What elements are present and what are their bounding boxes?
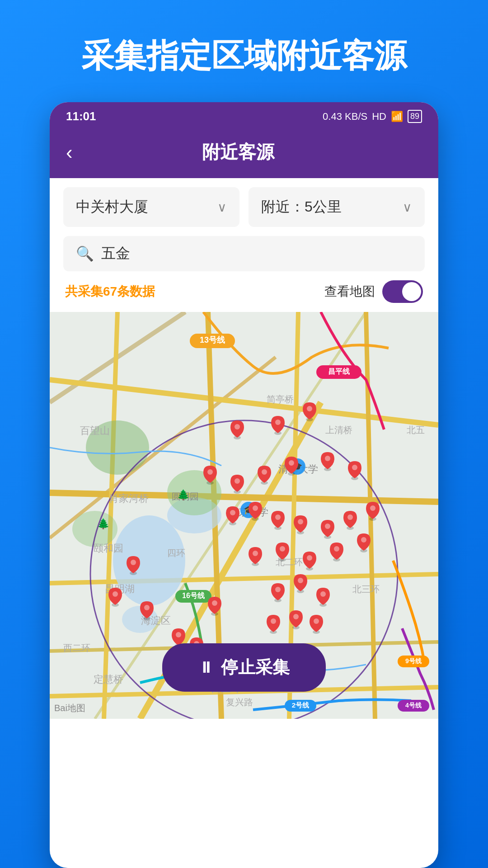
- svg-point-19: [72, 511, 117, 547]
- svg-point-64: [307, 406, 312, 411]
- search-bar: 🔍: [63, 236, 425, 271]
- svg-text:北三环: 北三环: [352, 584, 380, 594]
- svg-text:复兴路: 复兴路: [226, 697, 253, 707]
- search-icon: 🔍: [76, 245, 94, 262]
- map-view-toggle[interactable]: [382, 280, 423, 303]
- svg-point-120: [271, 618, 276, 624]
- status-time: 11:01: [66, 109, 96, 123]
- battery-indicator: 89: [408, 110, 422, 123]
- svg-point-86: [325, 524, 330, 529]
- svg-text:百望山: 百望山: [80, 425, 110, 436]
- signal-icon: 📶: [391, 111, 403, 123]
- svg-text:🌲: 🌲: [177, 489, 190, 501]
- svg-point-68: [235, 478, 240, 484]
- svg-text:16号线: 16号线: [182, 592, 205, 599]
- svg-point-124: [314, 618, 319, 624]
- stop-collection-button[interactable]: ⏸ 停止采集: [162, 643, 326, 692]
- stop-button-label: 停止采集: [221, 656, 290, 679]
- svg-point-122: [293, 614, 299, 619]
- svg-point-66: [207, 469, 213, 475]
- svg-text:简亭桥: 简亭桥: [267, 394, 294, 404]
- svg-text:昌平线: 昌平线: [328, 368, 350, 375]
- svg-text:上清桥: 上清桥: [325, 425, 352, 435]
- svg-point-106: [144, 605, 150, 610]
- svg-point-70: [262, 469, 267, 475]
- svg-point-110: [275, 587, 281, 592]
- hero-title: 采集指定区域附近客源: [81, 36, 407, 75]
- svg-point-82: [275, 514, 281, 520]
- svg-point-98: [307, 555, 312, 561]
- baidu-watermark: Bai地图: [54, 702, 85, 714]
- svg-text:肖家河桥: 肖家河桥: [109, 493, 149, 504]
- svg-text:四环: 四环: [167, 548, 185, 558]
- app-header: ‹ 附近客源: [50, 131, 438, 178]
- svg-point-102: [361, 537, 366, 542]
- svg-text:9号线: 9号线: [405, 657, 422, 665]
- search-input[interactable]: [101, 245, 412, 262]
- svg-point-108: [212, 600, 217, 606]
- location-chevron-icon: ∨: [217, 200, 227, 215]
- stats-text: 共采集67条数据: [65, 283, 155, 300]
- svg-text:4号线: 4号线: [405, 702, 422, 709]
- nearby-dropdown[interactable]: 附近：5公里 ∨: [249, 187, 425, 227]
- svg-text:西二环: 西二环: [63, 643, 90, 653]
- toggle-knob: [402, 282, 421, 301]
- svg-point-114: [320, 591, 326, 597]
- svg-point-104: [113, 591, 118, 597]
- back-button[interactable]: ‹: [66, 141, 73, 164]
- svg-point-88: [347, 514, 353, 520]
- svg-point-116: [176, 632, 181, 637]
- location-value: 中关村大厦: [76, 197, 148, 217]
- network-speed: 0.43 KB/S: [323, 111, 367, 123]
- svg-point-72: [289, 460, 294, 466]
- pause-icon: ⏸: [198, 659, 214, 676]
- map-container: 13号线 昌平线 16号线 10号线 2号线 4号线 9号线 百望山 肖家河桥 …: [50, 312, 438, 719]
- svg-point-76: [352, 465, 357, 470]
- svg-text:🌲: 🌲: [97, 518, 110, 530]
- svg-text:2号线: 2号线: [292, 701, 310, 709]
- location-dropdown[interactable]: 中关村大厦 ∨: [63, 187, 239, 227]
- svg-point-62: [275, 420, 281, 425]
- svg-point-100: [334, 546, 339, 552]
- page-title: 附近客源: [82, 140, 395, 165]
- svg-text:定慧桥: 定慧桥: [94, 674, 123, 685]
- hd-badge: HD: [372, 111, 386, 123]
- map-toggle-label: 查看地图: [324, 283, 375, 300]
- status-icons: 0.43 KB/S HD 📶 89: [323, 110, 422, 123]
- nearby-chevron-icon: ∨: [403, 200, 412, 215]
- svg-point-92: [131, 560, 136, 565]
- svg-point-60: [235, 424, 240, 429]
- stats-row: 共采集67条数据 查看地图: [63, 280, 425, 303]
- svg-text:北二环: 北二环: [276, 557, 303, 567]
- svg-point-84: [298, 519, 303, 524]
- svg-point-74: [325, 456, 330, 461]
- svg-point-112: [298, 578, 303, 583]
- nearby-value: 附近：5公里: [261, 197, 342, 217]
- phone-frame: 11:01 0.43 KB/S HD 📶 89 ‹ 附近客源 中关村大厦 ∨ 附…: [50, 102, 438, 868]
- svg-text:北五: 北五: [407, 425, 425, 435]
- svg-text:颐和园: 颐和园: [94, 542, 123, 554]
- status-bar: 11:01 0.43 KB/S HD 📶 89: [50, 102, 438, 131]
- dropdowns-row: 中关村大厦 ∨ 附近：5公里 ∨: [63, 187, 425, 227]
- content-area: 中关村大厦 ∨ 附近：5公里 ∨ 🔍 共采集67条数据 查看地图: [50, 174, 438, 303]
- svg-point-94: [253, 551, 258, 556]
- svg-point-96: [280, 546, 285, 552]
- svg-point-90: [370, 505, 375, 511]
- svg-point-78: [230, 510, 235, 515]
- map-toggle-row: 查看地图: [324, 280, 423, 303]
- svg-point-80: [253, 505, 258, 511]
- svg-text:13号线: 13号线: [200, 335, 225, 344]
